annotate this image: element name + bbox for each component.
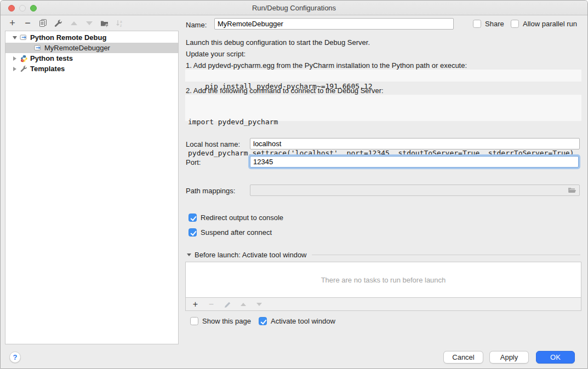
expand-arrow-icon[interactable] xyxy=(13,56,16,61)
window-title: Run/Debug Configurations xyxy=(1,4,587,12)
redirect-output-row: Redirect output to console xyxy=(189,213,283,222)
python-tests-icon xyxy=(20,55,28,62)
redirect-output-label: Redirect output to console xyxy=(201,214,283,222)
tree-item-templates[interactable]: Templates xyxy=(5,64,178,74)
plus-icon: + xyxy=(193,301,198,308)
remove-configuration-button[interactable]: − xyxy=(23,19,32,28)
titlebar[interactable]: Run/Debug Configurations xyxy=(1,1,587,15)
copy-icon xyxy=(39,19,48,27)
configurations-toolbar: + − a z xyxy=(8,18,124,28)
arrow-up-icon xyxy=(241,303,246,306)
allow-parallel-run-checkbox[interactable] xyxy=(511,20,519,28)
edit-templates-button[interactable] xyxy=(54,19,63,28)
move-up-button xyxy=(69,19,78,28)
wrench-icon xyxy=(54,19,62,27)
allow-parallel-checkbox-row: Allow parallel run xyxy=(511,19,577,28)
minus-icon: − xyxy=(25,19,31,27)
intro-text: Launch this debug configuration to start… xyxy=(186,38,370,47)
minus-icon: − xyxy=(209,301,214,308)
expand-arrow-icon[interactable] xyxy=(13,67,16,71)
port-input[interactable] xyxy=(250,156,579,168)
before-launch-task-list[interactable]: There are no tasks to run before launch xyxy=(185,262,581,298)
ok-button[interactable]: OK xyxy=(536,351,575,364)
step2-text: 2. Add the following command to connect … xyxy=(186,87,384,95)
apply-button[interactable]: Apply xyxy=(489,351,529,364)
tree-item-label: Python tests xyxy=(30,54,73,62)
move-task-up-button xyxy=(238,299,248,309)
arrow-down-icon xyxy=(86,21,93,25)
collapse-section-arrow-icon[interactable] xyxy=(187,253,191,256)
activate-tool-window-label: Activate tool window xyxy=(271,317,335,325)
port-label: Port: xyxy=(186,158,201,166)
plus-icon: + xyxy=(9,19,15,27)
tree-item-label: Python Remote Debug xyxy=(30,33,106,42)
step1-text: 1. Add pydevd-pycharm.egg from the PyCha… xyxy=(186,61,467,70)
help-button[interactable]: ? xyxy=(9,351,21,363)
sort-configurations-button: a z xyxy=(115,19,124,28)
copy-configuration-button[interactable] xyxy=(38,19,48,28)
pencil-icon xyxy=(224,301,231,308)
sort-alphabetically-icon: a z xyxy=(116,19,124,27)
run-config-icon xyxy=(20,34,28,42)
share-checkbox-row: Share xyxy=(473,19,504,28)
add-configuration-button[interactable]: + xyxy=(8,19,17,28)
name-label: Name: xyxy=(186,21,207,29)
collapse-arrow-icon[interactable] xyxy=(13,36,17,39)
pip-install-code: pip install pydevd-pycharm~=191.6605.12 xyxy=(185,70,581,82)
move-task-down-button xyxy=(254,299,264,309)
local-host-input[interactable] xyxy=(250,138,580,149)
suspend-after-connect-row: Suspend after connect xyxy=(189,228,272,237)
new-folder-icon xyxy=(100,19,109,27)
tree-item-myremotedebugger[interactable]: MyRemoteDebugger xyxy=(5,43,178,53)
arrow-down-icon xyxy=(256,303,262,306)
remove-task-button: − xyxy=(207,299,216,309)
path-mappings-label: Path mappings: xyxy=(186,187,235,195)
tree-item-python-remote-debug[interactable]: Python Remote Debug xyxy=(5,32,178,43)
share-label: Share xyxy=(485,20,504,28)
tree-item-label: Templates xyxy=(30,65,65,73)
show-this-page-checkbox[interactable] xyxy=(190,317,198,325)
section-divider xyxy=(312,255,580,255)
sort-letter-z: z xyxy=(120,24,122,27)
suspend-after-connect-checkbox[interactable] xyxy=(189,228,197,237)
show-this-page-label: Show this page xyxy=(202,317,251,325)
move-down-button xyxy=(84,19,94,28)
redirect-output-checkbox[interactable] xyxy=(189,214,197,222)
before-launch-header[interactable]: Before launch: Activate tool window xyxy=(187,251,580,259)
add-task-button[interactable]: + xyxy=(191,299,200,309)
show-this-page-row: Show this page xyxy=(190,316,251,326)
new-folder-button[interactable] xyxy=(100,19,109,28)
update-script-text: Update your script: xyxy=(186,50,246,58)
name-input[interactable] xyxy=(214,18,454,30)
allow-parallel-run-label: Allow parallel run xyxy=(523,20,577,28)
configurations-tree: Python Remote Debug MyRemoteDebugger xyxy=(5,31,179,344)
local-host-label: Local host name: xyxy=(186,140,240,148)
tree-item-python-tests[interactable]: Python tests xyxy=(5,53,178,64)
question-mark-icon: ? xyxy=(13,353,18,361)
share-checkbox[interactable] xyxy=(473,20,481,28)
activate-tool-window-checkbox[interactable] xyxy=(259,317,267,325)
sort-letter-a: a xyxy=(120,19,122,23)
run-config-icon xyxy=(34,44,42,52)
code-line: import pydevd_pycharm xyxy=(188,117,579,127)
arrow-up-icon xyxy=(71,21,77,25)
settrace-code: import pydevd_pycharm pydevd_pycharm.set… xyxy=(185,95,581,121)
edit-task-button xyxy=(222,299,232,309)
templates-wrench-icon xyxy=(20,65,28,73)
cancel-button[interactable]: Cancel xyxy=(443,351,483,364)
activate-tool-window-row: Activate tool window xyxy=(259,316,335,326)
browse-folder-icon[interactable] xyxy=(568,187,576,194)
before-launch-title: Before launch: Activate tool window xyxy=(195,251,307,259)
no-tasks-text: There are no tasks to run before launch xyxy=(321,276,446,284)
before-launch-toolbar: + − xyxy=(185,298,581,311)
path-mappings-field[interactable] xyxy=(250,184,580,196)
run-debug-configurations-dialog: Run/Debug Configurations + − xyxy=(0,0,588,369)
suspend-after-connect-label: Suspend after connect xyxy=(201,228,272,237)
tree-item-label: MyRemoteDebugger xyxy=(44,44,110,52)
